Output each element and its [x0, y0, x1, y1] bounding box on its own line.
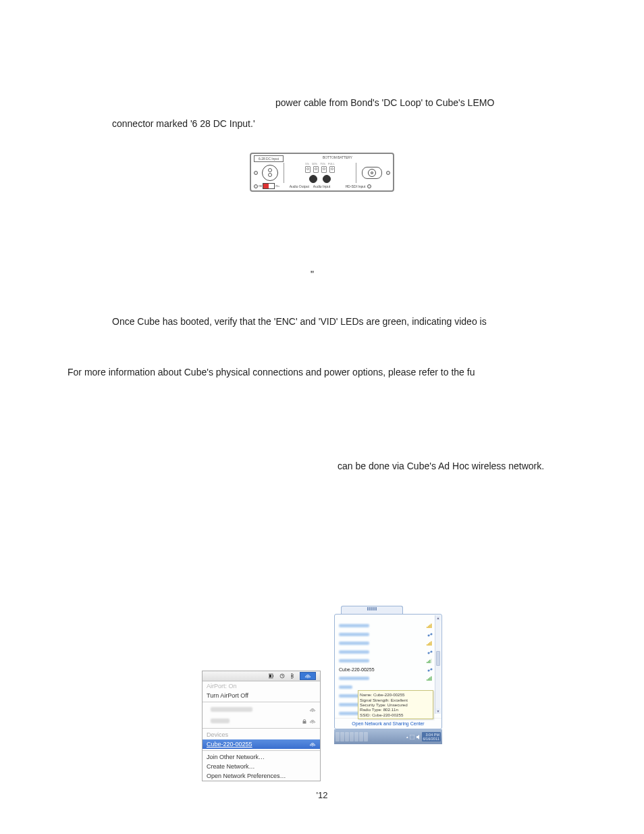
svg-point-7: [312, 710, 313, 712]
lemo-connector-icon: [262, 165, 278, 181]
mac-menubar: [203, 671, 320, 681]
body-text-l2: connector marked '6 28 DC Input.': [68, 115, 576, 132]
tray-chevron-icon[interactable]: ▴: [406, 735, 408, 739]
stray-quote: ": [68, 266, 576, 283]
windows-taskbar: ▴ 3:04 PM 6/16/2011: [334, 729, 442, 744]
network-item[interactable]: [203, 715, 320, 727]
wifi-icon: [309, 707, 316, 712]
svg-rect-18: [427, 644, 428, 646]
svg-rect-19: [428, 643, 429, 646]
body-text-l1: power cable from Bond's 'DC Loop' to Cub…: [68, 95, 576, 111]
network-item[interactable]: Cube-Stream-Test-2: [335, 621, 441, 630]
scrollbar[interactable]: ▲ ▼: [435, 615, 441, 714]
audio-input-jack-icon: [323, 175, 331, 183]
open-network-preferences[interactable]: Open Network Preferences…: [203, 771, 320, 781]
turn-airport-off[interactable]: Turn AirPort Off: [203, 691, 320, 700]
battery-leds-icon: [305, 166, 335, 173]
audio-output-jack-icon: [309, 175, 317, 183]
svg-rect-34: [429, 677, 431, 681]
svg-rect-27: [429, 660, 431, 663]
lock-icon: [302, 719, 306, 724]
taskbar-apps-icon[interactable]: [336, 732, 368, 741]
svg-rect-46: [410, 735, 414, 739]
svg-rect-35: [431, 676, 432, 681]
svg-rect-1: [273, 675, 273, 677]
network-tooltip: Name: Cube-220-00255 Signal Strength: Ex…: [358, 690, 433, 719]
svg-rect-13: [429, 625, 431, 628]
device-cube-row[interactable]: Cube-220-00255: [203, 739, 320, 749]
windows-network-flyout: ▲ ▼ ↻ Cube-Stream-Test-2 Customer-09048 …: [334, 606, 442, 781]
network-item[interactable]: [203, 704, 320, 715]
window-grip-icon: [341, 606, 403, 614]
signal-strong-icon: [427, 641, 433, 646]
devices-label: Devices: [203, 730, 320, 739]
create-network[interactable]: Create Network…: [203, 762, 320, 771]
svg-rect-33: [428, 678, 429, 681]
airport-status-label: AirPort: On: [203, 681, 320, 691]
svg-rect-12: [428, 625, 429, 628]
network-item-cube[interactable]: Cube-220-00255: [335, 665, 441, 674]
hd-sdi-label: HD-SDI Input: [346, 184, 366, 188]
bottom-battery-label: BOTTOM BATTERY: [323, 155, 352, 162]
svg-rect-25: [427, 662, 428, 663]
wifi-icon: [309, 741, 316, 747]
screw-icon: [254, 171, 258, 175]
svg-rect-28: [431, 658, 432, 663]
mac-airport-menu: AirPort: On Turn AirPort Off Devices: [202, 671, 321, 781]
audio-output-label: Audio Output: [290, 184, 309, 188]
svg-point-10: [312, 746, 313, 747]
svg-rect-11: [427, 627, 428, 628]
signal-strong-icon: [427, 676, 433, 681]
svg-rect-8: [303, 721, 306, 723]
screw-icon: [254, 184, 258, 188]
airport-menubar-icon[interactable]: [300, 672, 316, 680]
svg-rect-14: [431, 623, 432, 628]
page-number: '12: [317, 790, 328, 800]
svg-marker-47: [417, 735, 419, 739]
audio-input-label: Audio Input: [313, 184, 330, 188]
signal-adhoc-icon: [427, 667, 433, 673]
screw-icon: [386, 171, 390, 175]
taskbar-clock[interactable]: 3:04 PM 6/16/2011: [422, 732, 441, 741]
body-text-adhoc: can be done via Cube's Ad Hoc wireless n…: [68, 458, 576, 475]
hd-sdi-input-icon: [362, 167, 382, 179]
wifi-icon: [309, 719, 316, 724]
svg-rect-26: [428, 660, 429, 663]
signal-adhoc-icon: [427, 632, 433, 637]
network-item[interactable]: Teradek-A-34: [335, 674, 441, 683]
cube-backpanel-diagram: 6-28 DC Input BOTTOM BATTERY 5% 50% 75% …: [250, 153, 394, 192]
tray-flag-icon[interactable]: [410, 735, 414, 739]
join-other-network[interactable]: Join Other Network…: [203, 752, 320, 762]
power-switch-icon: [263, 183, 275, 189]
body-text-boot: Once Cube has booted, verify that the 'E…: [68, 313, 576, 330]
body-text-moreinfo: For more information about Cube's physic…: [68, 364, 576, 381]
svg-rect-2: [269, 675, 271, 677]
svg-rect-20: [429, 642, 431, 646]
battery-icon: [269, 673, 274, 679]
signal-strong-icon: [427, 623, 433, 629]
svg-point-9: [312, 722, 313, 723]
bluetooth-icon: [290, 673, 294, 679]
signal-med-icon: [427, 658, 433, 664]
svg-point-6: [307, 677, 308, 679]
svg-rect-32: [427, 679, 428, 681]
svg-rect-21: [431, 641, 432, 646]
clock-icon: [279, 673, 285, 679]
signal-adhoc-icon: [427, 650, 433, 655]
tray-speaker-icon[interactable]: [416, 735, 421, 739]
dc-input-label: 6-28 DC Input: [254, 155, 284, 162]
screw-icon: [367, 184, 371, 188]
